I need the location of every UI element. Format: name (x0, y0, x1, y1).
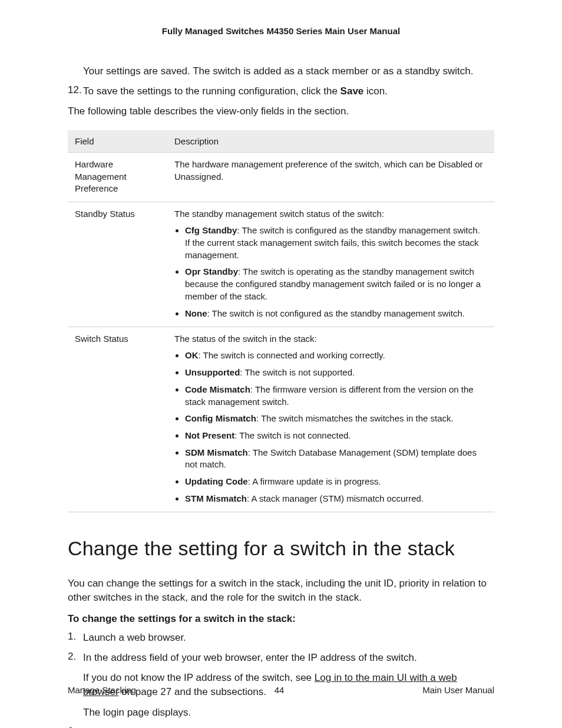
step-12-bold: Save (340, 85, 364, 97)
list-item: Config Mismatch: The switch mismatches t… (185, 413, 487, 425)
list-item-term: STM Mismatch (185, 493, 247, 503)
intro-saved-text: Your settings are saved. The switch is a… (83, 64, 494, 78)
table-intro-text: The following table describes the view-o… (68, 104, 494, 118)
procedure-heading: To change the settings for a switch in t… (68, 613, 494, 625)
step-12-text: To save the settings to the running conf… (83, 84, 388, 98)
table-cell-field: Hardware Management Preference (68, 153, 167, 202)
step-2-note-before: If you do not know the IP address of the… (83, 672, 315, 683)
table-desc-lead: The status of the switch in the stack: (174, 333, 487, 345)
document-header-title: Fully Managed Switches M4350 Series Main… (68, 26, 494, 36)
list-item-term: Config Mismatch (185, 413, 256, 423)
list-item-term: Cfg Standby (185, 225, 237, 235)
list-item: Not Present: The switch is not connected… (185, 430, 487, 442)
table-cell-description: The hardware management preference of th… (167, 153, 494, 202)
table-header-field: Field (68, 130, 167, 153)
table-cell-description: The standby management switch status of … (167, 202, 494, 327)
list-item: STM Mismatch: A stack manager (STM) mism… (185, 493, 487, 505)
list-item: None: The switch is not configured as th… (185, 308, 487, 320)
list-item-text: : The switch is not configured as the st… (207, 308, 465, 318)
step-3-text: Click the Main UI Login button. (83, 726, 223, 728)
step-12-after: icon. (363, 85, 388, 97)
list-item: SDM Mismatch: The Switch Database Manage… (185, 447, 487, 471)
step-2-result: The login page displays. (83, 706, 494, 720)
list-item-term: Not Present (185, 430, 234, 440)
table-row: Hardware Management PreferenceThe hardwa… (68, 153, 494, 202)
table-desc-lead: The standby management switch status of … (174, 208, 487, 220)
list-item: Updating Code: A firmware update is in p… (185, 476, 487, 488)
list-item-term: None (185, 308, 207, 318)
table-cell-description: The status of the switch in the stack:OK… (167, 327, 494, 512)
step-12-number: 12. (68, 84, 83, 98)
step-12-row: 12. To save the settings to the running … (68, 84, 494, 98)
list-item: Unsupported: The switch is not supported… (185, 367, 487, 379)
table-row: Standby StatusThe standby management swi… (68, 202, 494, 327)
table-row: Switch StatusThe status of the switch in… (68, 327, 494, 512)
table-desc-list: Cfg Standby: The switch is configured as… (174, 225, 487, 319)
list-item: Cfg Standby: The switch is configured as… (185, 225, 487, 261)
list-item-text: : A firmware update is in progress. (248, 476, 381, 486)
section-heading: Change the setting for a switch in the s… (68, 536, 494, 561)
list-item: Code Mismatch: The firmware version is d… (185, 384, 487, 408)
section-intro: You can change the settings for a switch… (68, 577, 494, 605)
step-3-row: 3. Click the Main UI Login button. (68, 726, 494, 728)
step-1-number: 1. (68, 631, 83, 645)
table-cell-field: Standby Status (68, 202, 167, 327)
step-1-row: 1. Launch a web browser. (68, 631, 494, 645)
fields-table: Field Description Hardware Management Pr… (68, 130, 494, 512)
list-item-term: Updating Code (185, 476, 248, 486)
table-desc-lead: The hardware management preference of th… (174, 159, 487, 183)
list-item-text: : The switch is connected and working co… (199, 350, 385, 360)
step-2-text: In the address field of your web browser… (83, 651, 417, 665)
step-2-row: 2. In the address field of your web brow… (68, 651, 494, 665)
list-item-term: Unsupported (185, 367, 240, 377)
list-item-text: : The switch is not connected. (234, 430, 351, 440)
table-desc-list: OK: The switch is connected and working … (174, 350, 487, 505)
list-item-text: : The switch is not supported. (240, 367, 355, 377)
step-3-number: 3. (68, 726, 83, 728)
table-header-description: Description (167, 130, 494, 153)
list-item: OK: The switch is connected and working … (185, 350, 487, 362)
footer-right: Main User Manual (422, 685, 494, 695)
step-1-text: Launch a web browser. (83, 631, 186, 645)
list-item-term: Code Mismatch (185, 384, 250, 394)
page-footer: Manage Stacking 44 Main User Manual (68, 685, 494, 695)
list-item: Opr Standby: The switch is operating as … (185, 266, 487, 302)
list-item-term: SDM Mismatch (185, 447, 248, 457)
list-item-text: : A stack manager (STM) mismatch occurre… (247, 493, 424, 503)
list-item-term: Opr Standby (185, 266, 238, 276)
step-2-number: 2. (68, 651, 83, 665)
list-item-term: OK (185, 350, 199, 360)
table-cell-field: Switch Status (68, 327, 167, 512)
footer-left: Manage Stacking (68, 685, 136, 695)
step-12-before: To save the settings to the running conf… (83, 85, 340, 97)
footer-page-number: 44 (275, 685, 285, 695)
list-item-text: : The switch mismatches the switches in … (256, 413, 454, 423)
